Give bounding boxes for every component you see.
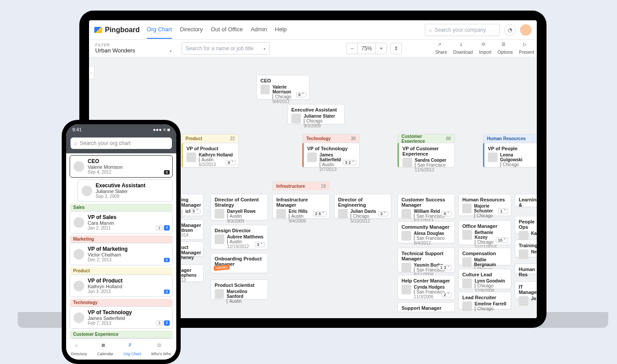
card-vp-technology[interactable]: VP of Technology James SatterfieldAustin… (302, 143, 360, 167)
toolbar: FILTER Urban Wonders Search for a name o… (89, 40, 537, 57)
card-partial-ing-mgr[interactable]: ing Managerichoen5˅ (177, 194, 204, 216)
nav-admin[interactable]: Admin (251, 21, 267, 39)
card-design[interactable]: Design DirectorAubree MatthewsAustin12/1… (211, 225, 268, 249)
card-cult[interactable]: Culture LeadLynn GoodwinChicago12/9/2008 (458, 269, 511, 289)
card-supp[interactable]: Support Manager (398, 302, 455, 312)
card-partial-ager[interactable]: agerephens13 (177, 264, 204, 282)
name-search-placeholder: Search for a name or job title (186, 45, 253, 52)
zoom-control: − 75% + ⇕ (346, 43, 402, 54)
card-comm[interactable]: Community ManagerAlexa DouglasSan Franci… (398, 221, 455, 243)
collapse-button[interactable]: ⇕ (390, 43, 402, 54)
person-name: Julianne Slater (304, 114, 335, 119)
nav-org-chart[interactable]: Org Chart (147, 21, 172, 39)
name-search-input[interactable]: Search for a name or job title (182, 42, 270, 55)
card-partial-mgr[interactable]: Manageribson014 (177, 219, 204, 240)
phone-dept-technology[interactable]: Technology (70, 299, 173, 306)
card-ceo[interactable]: CEO Valerie Morrison Chicago 9/4/2012 8˄ (256, 75, 309, 100)
phone-card-ceo[interactable]: CEOValerie MorrisonSep 4, 2012 8 (70, 155, 173, 178)
card-hc[interactable]: Help Center ManagerCynda HodgesSan Franc… (398, 275, 455, 300)
phone-search-placeholder: Search your org chart (80, 140, 130, 146)
present-button[interactable]: ▷Present (519, 42, 534, 55)
zoom-value: 75% (358, 43, 375, 54)
phone-status-bar: 9:41 ●●● ≡ ■ (66, 124, 176, 135)
bell-icon: ◔ (508, 27, 512, 33)
card-ea[interactable]: Executive Assistant Julianne Slater Chic… (287, 104, 345, 124)
card-lead[interactable]: Lead RecruiterEmeline FarrellChicago (458, 292, 511, 309)
card-dcs[interactable]: Director of Content StrategyDanyell Rowe… (211, 194, 268, 220)
main-nav: Org Chart Directory Out of Office Admin … (147, 21, 286, 39)
card-train[interactable]: TrainingNe (515, 240, 537, 257)
search-company-input[interactable]: ⌕ Search your company (425, 24, 500, 36)
card-title: CEO (260, 78, 305, 83)
card-off[interactable]: Office ManagerBethanie KozeyChicago11/11… (458, 220, 511, 245)
sidebar-toggle[interactable]: › (89, 66, 94, 79)
card-pops[interactable]: People OpsKa (515, 216, 537, 234)
user-avatar[interactable] (520, 24, 532, 36)
chevron-up-icon: ˄ (302, 93, 304, 97)
tab-calendar[interactable]: ▦Calendar (97, 343, 114, 356)
phone-dept-customer-experience[interactable]: Customer Experience (70, 331, 173, 338)
card-partial-uct[interactable]: uct Managerheney (177, 241, 204, 256)
card-hr1[interactable]: Human ResourcesMajorie SchusterChicago1˅ (458, 194, 511, 216)
card-itm[interactable]: IT ManagerJo (515, 281, 537, 299)
dept-infrastructure[interactable]: Infrastructure19 (272, 182, 330, 190)
nav-out-of-office[interactable]: Out of Office (211, 21, 243, 39)
zoom-in-button[interactable]: + (375, 43, 387, 54)
phone-card[interactable]: VP of ProductKathryn HollandJun 3, 20138 (70, 275, 173, 297)
count-chip[interactable]: 8˄ (296, 92, 306, 97)
card-comp[interactable]: CompensationMallie BergnaumChicago (458, 248, 511, 265)
tab-whos-who[interactable]: ◫Who's Who (151, 343, 171, 356)
download-icon: ⤓ (459, 42, 466, 49)
phone-dept-marketing[interactable]: Marketing (70, 235, 173, 243)
phone-dept-sales[interactable]: Sales (70, 204, 173, 211)
dept-cx[interactable]: Customer Experience88 (398, 134, 455, 143)
phone-card[interactable]: VP of TechnologyJames SatterfieldFeb 7, … (70, 306, 173, 329)
top-bar: Pingboard Org Chart Directory Out of Off… (89, 20, 537, 40)
dept-hr[interactable]: Human Resources (483, 134, 537, 143)
brand-logo[interactable]: Pingboard (94, 26, 140, 34)
dept-technology[interactable]: Technology38 (302, 134, 360, 143)
phone-list[interactable]: CEOValerie MorrisonSep 4, 2012 8 Executi… (66, 153, 176, 347)
toolbar-actions: ↗Share ⤓Download ⟳Import ☰Options ▷Prese… (435, 42, 534, 55)
filter-value: Urban Wonders (95, 47, 135, 54)
nav-help[interactable]: Help (275, 21, 287, 39)
import-button[interactable]: ⟳Import (479, 42, 491, 55)
card-learn[interactable]: Learning & (515, 194, 537, 207)
count-chip[interactable]: 3 2˅ (343, 160, 357, 165)
card-sci[interactable]: Product ScientistMarcelino SanfordAustin (211, 279, 268, 300)
phone-search-input[interactable]: ⌕ Search your org chart (71, 137, 172, 149)
card-csm[interactable]: Customer Success ManagerWilliam ReidSan … (398, 194, 455, 219)
count-chip[interactable]: 8˅ (226, 160, 236, 165)
notifications-button[interactable]: ◔ (504, 24, 516, 36)
phone-tab-bar: ⌕Directory ▦Calendar ⇵Org Chart ◫Who's W… (66, 338, 176, 360)
phone-frame: 9:41 ●●● ≡ ■ ⌕ Search your org chart CEO… (62, 120, 181, 364)
card-vp-product[interactable]: VP of Product Kathryn HollandAustin6/3/2… (182, 143, 239, 167)
calendar-icon: ▦ (101, 343, 109, 351)
download-button[interactable]: ⤓Download (453, 42, 472, 55)
filter-dropdown[interactable]: FILTER Urban Wonders (92, 43, 175, 54)
search-icon: ⌕ (74, 140, 77, 146)
dept-product[interactable]: Product22 (182, 134, 239, 143)
zoom-out-button[interactable]: − (346, 43, 358, 54)
options-button[interactable]: ☰Options (498, 42, 513, 55)
card-vp-hr[interactable]: VP of People Leona GulgowskiChicago (483, 143, 537, 167)
nav-directory[interactable]: Directory (180, 21, 203, 39)
avatar (291, 114, 301, 123)
logo-mark (94, 27, 102, 33)
phone-card-ea[interactable]: Executive AssistantJulianne SlaterSep 3,… (78, 179, 173, 202)
card-hrpart[interactable]: Human Res (515, 264, 537, 274)
card-onboard[interactable]: Onboarding Product ManagerHIRING (211, 253, 268, 273)
tab-directory[interactable]: ⌕Directory (71, 343, 87, 356)
card-infra-mgr[interactable]: Infrastructure ManagerEric HillsAustin9/… (272, 194, 330, 219)
tab-org-chart[interactable]: ⇵Org Chart (123, 343, 141, 356)
chevron-down-icon (168, 47, 172, 54)
sliders-icon: ☰ (502, 42, 509, 49)
phone-card[interactable]: VP of SalesCara MarvinJan 2, 201124 (70, 211, 173, 234)
phone-dept-product[interactable]: Product (70, 267, 173, 275)
person-location: Chicago (304, 119, 335, 123)
card-vp-cx[interactable]: VP of Customer Experience Sandra CooperS… (398, 143, 455, 167)
share-button[interactable]: ↗Share (435, 42, 447, 55)
card-eng[interactable]: Director of EngineeringJulian DavisChica… (334, 194, 391, 219)
card-tsm[interactable]: Technical Support ManagerYasmin BurkeSan… (398, 248, 455, 272)
phone-card[interactable]: VP of MarketingVictor ChathamDec 2, 2013… (70, 243, 173, 265)
